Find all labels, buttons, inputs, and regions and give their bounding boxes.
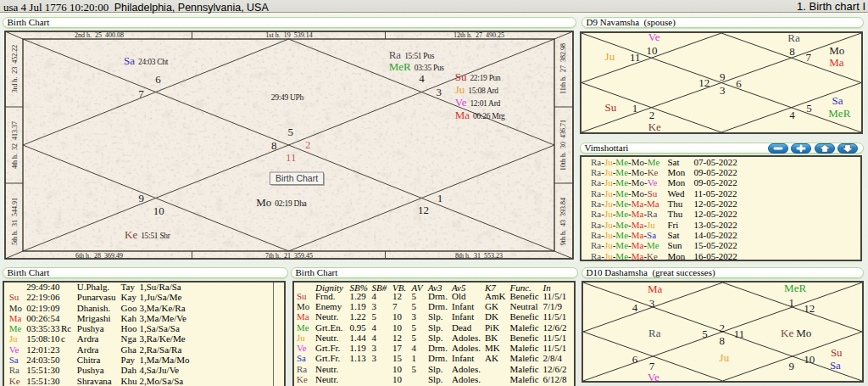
svg-text:11: 11: [734, 327, 745, 340]
svg-text:1: 1: [437, 192, 443, 204]
svg-text:5: 5: [288, 126, 294, 138]
svg-text:11: 11: [630, 51, 641, 64]
svg-text:6: 6: [632, 353, 638, 366]
svg-text:3rd h. 23 452.22: 3rd h. 23 452.22: [11, 45, 19, 93]
svg-text:9: 9: [789, 360, 795, 372]
svg-text:10th h. 30 436.71: 10th h. 30 436.71: [559, 120, 567, 171]
svg-text:5: 5: [702, 327, 708, 340]
svg-text:Mo: Mo: [829, 44, 844, 57]
svg-text:Sa: Sa: [830, 359, 841, 372]
svg-text:8: 8: [271, 139, 277, 152]
svg-text:12: 12: [804, 302, 815, 315]
svg-text:1: 1: [789, 296, 795, 309]
svg-text:Ju: Ju: [720, 351, 730, 364]
svg-text:3: 3: [720, 84, 726, 97]
svg-text:Ke: Ke: [648, 120, 661, 133]
svg-text:3: 3: [436, 86, 442, 98]
svg-text:9: 9: [720, 70, 726, 83]
svg-text:9th h. 43 393.84: 9th h. 43 393.84: [559, 198, 567, 245]
svg-text:1st h. 19 539.14: 1st h. 19 539.14: [265, 31, 312, 39]
svg-text:2nd h. 25 400.08: 2nd h. 25 400.08: [75, 31, 124, 39]
svg-text:11: 11: [286, 151, 297, 164]
svg-text:Ve: Ve: [648, 31, 660, 43]
svg-text:10: 10: [804, 353, 815, 366]
svg-text:Su: Su: [831, 346, 843, 359]
svg-text:9: 9: [139, 192, 145, 204]
svg-text:Ju: Ju: [605, 50, 615, 63]
svg-text:7th h. 21 359.45: 7th h. 21 359.45: [265, 252, 313, 260]
svg-text:5th h. 31 544.91: 5th h. 31 544.91: [11, 198, 19, 245]
svg-text:4: 4: [789, 109, 795, 121]
svg-text:Ra: Ra: [648, 327, 661, 339]
svg-text:Ve: Ve: [648, 371, 659, 383]
svg-text:6: 6: [155, 73, 161, 86]
svg-text:10: 10: [647, 44, 658, 57]
svg-text:8th h. 31 553.23: 8th h. 31 553.23: [455, 252, 503, 260]
svg-text:MeR: MeR: [784, 282, 806, 294]
svg-text:2: 2: [305, 138, 311, 151]
svg-text:10: 10: [153, 204, 164, 217]
svg-text:4: 4: [419, 72, 425, 85]
svg-text:1: 1: [632, 102, 638, 115]
svg-text:11th h. 27 382.98: 11th h. 27 382.98: [559, 43, 567, 94]
svg-text:29:49 UPh: 29:49 UPh: [271, 93, 304, 102]
svg-text:KeMo: KeMo: [781, 327, 811, 339]
svg-text:4: 4: [632, 301, 638, 314]
svg-text:12th h. 27 490.25: 12th h. 27 490.25: [453, 31, 504, 39]
svg-text:MeR: MeR: [828, 107, 850, 120]
svg-text:2: 2: [649, 109, 655, 121]
svg-text:6: 6: [736, 77, 742, 90]
svg-text:7: 7: [806, 51, 812, 64]
svg-text:2: 2: [720, 322, 726, 334]
svg-text:8: 8: [789, 45, 795, 58]
svg-text:Ra: Ra: [787, 31, 800, 44]
svg-text:7: 7: [138, 87, 144, 100]
svg-text:12: 12: [698, 76, 709, 89]
svg-text:Ma: Ma: [648, 283, 663, 295]
svg-text:8: 8: [720, 334, 726, 347]
svg-text:4th h. 32 413.37: 4th h. 32 413.37: [11, 121, 19, 169]
svg-text:12: 12: [418, 204, 429, 216]
svg-text:6th h. 28 369.49: 6th h. 28 369.49: [75, 252, 123, 260]
svg-text:Su: Su: [605, 101, 617, 114]
svg-text:5: 5: [806, 102, 812, 115]
svg-text:Sa: Sa: [832, 94, 843, 107]
svg-text:Ma: Ma: [829, 56, 844, 69]
svg-text:Birth Chart: Birth Chart: [275, 173, 318, 183]
svg-text:3: 3: [649, 297, 655, 310]
